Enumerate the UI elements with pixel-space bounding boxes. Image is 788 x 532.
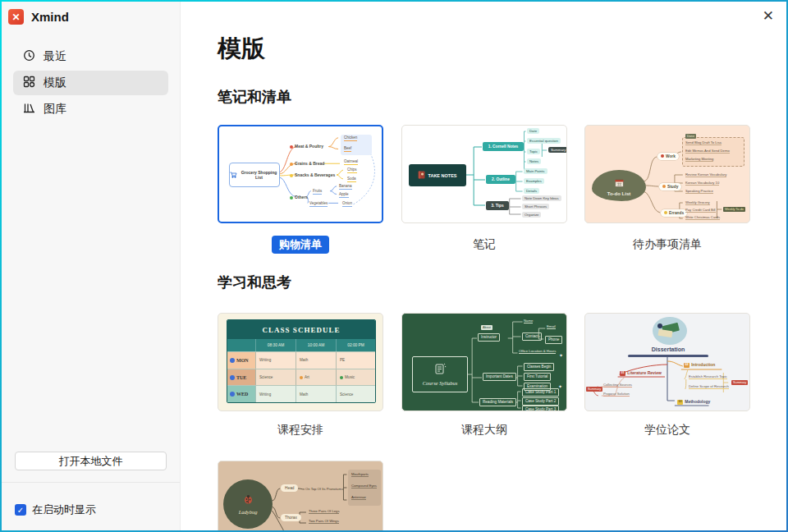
window-frame: ✕ Xmind 最近 模版 (0, 0, 788, 532)
leaf-label: Three Pairs Of Legs (309, 509, 339, 514)
sidebar: ✕ Xmind 最近 模版 (2, 2, 181, 530)
todo-item: Edit Memos And Send Demo (685, 149, 730, 154)
branch-node: 3. Tips (486, 201, 509, 210)
branch-label: Others (290, 195, 308, 200)
leaf-label: Antennae (351, 495, 366, 500)
todo-item: Korean Vocabulary 10 (685, 181, 719, 186)
template-card-todo[interactable]: To-do List Work Done Send Blog Draft To … (584, 125, 750, 223)
branch-pill: Thorax (281, 514, 301, 521)
sidebar-item-label: 模版 (44, 76, 66, 90)
todo-item: Pay Credit Card Bill (685, 208, 716, 213)
todo-item: Marketing Meeting (685, 157, 713, 162)
template-label-todo[interactable]: 待办事项清单 (584, 237, 750, 252)
app-title-bar: ✕ Xmind (2, 2, 180, 30)
leaf-node: Email (547, 324, 556, 329)
gallery-books-icon (23, 102, 35, 117)
summary-tag: Summary (586, 387, 602, 392)
sidebar-item-label: 图库 (44, 102, 66, 117)
leaf-label: Fruits (313, 189, 322, 195)
summary-node: Summary (548, 147, 567, 153)
leaf-node: Case Study Part 1 (522, 388, 559, 397)
show-at-startup-checkbox[interactable]: ✓ (15, 504, 26, 516)
todo-item: Send Blog Draft To Lisa (685, 140, 722, 145)
close-icon[interactable]: ✕ (763, 7, 774, 25)
sidebar-item-recent[interactable]: 最近 (13, 44, 168, 69)
leaf-node: Details (524, 188, 539, 194)
day-icon (230, 375, 235, 380)
leaf-label: Compound Eyes (351, 484, 377, 488)
template-label-syllabus[interactable]: 课程大纲 (401, 423, 567, 438)
sidebar-menu: 最近 模版 图库 (2, 43, 180, 123)
sidebar-item-gallery[interactable]: 图库 (13, 97, 168, 122)
leaf-label: Chicken (344, 135, 357, 141)
summary-tag: Summary (731, 380, 748, 385)
notes-central-node: TAKE NOTES (409, 164, 466, 186)
branch-label: 01Literature Review (620, 370, 662, 376)
xmind-logo-icon: ✕ (8, 9, 24, 25)
leaf-node: Case Study Part 3 (522, 406, 559, 411)
weekly-todo-tag: Weekly To-do (723, 207, 745, 212)
leaf-label: Beef (344, 146, 351, 152)
syllabus-thumbnail: Course Syllabus About Instructor Name Co… (402, 314, 566, 410)
schedule-row-tue: TUE Science Art Music (227, 369, 375, 386)
schedule-thumbnail: CLASS SCHEDULE 08:30 AM 10:00 AM 02:00 P… (218, 314, 383, 410)
syllabus-central-node: Course Syllabus (412, 356, 468, 392)
notebook-doodle-icon (433, 363, 447, 378)
leaf-label: Oatmeal (344, 159, 358, 165)
notes-thumbnail: TAKE NOTES 1. Cornell Notes Date Essenti… (402, 126, 566, 222)
leaf-node: Date (527, 128, 539, 134)
main-panel: ✕ 模版 笔记和清单 (181, 2, 786, 530)
open-local-file-button[interactable]: 打开本地文件 (15, 452, 167, 470)
leaf-node: Notes (527, 158, 541, 164)
show-at-startup-label: 在启动时显示 (32, 502, 96, 517)
ladybug-icon (243, 493, 254, 508)
template-label-notes[interactable]: 笔记 (401, 237, 567, 252)
todo-item: Weekly Grocery (685, 200, 710, 205)
template-card-dissertation[interactable]: Dissertation 01Literature Review Collect… (584, 313, 750, 411)
section-title-study-thinking: 学习和思考 (218, 273, 291, 292)
grocery-thumbnail: Grocery Shopping List Meat & Poultry Chi… (219, 126, 382, 222)
leaf-node: Organize (522, 212, 541, 218)
todo-central-node: To-do List (592, 170, 646, 201)
sidebar-divider (2, 482, 180, 483)
template-card-notes[interactable]: TAKE NOTES 1. Cornell Notes Date Essenti… (401, 125, 567, 223)
sidebar-item-templates[interactable]: 模版 (13, 71, 168, 95)
schedule-table: CLASS SCHEDULE 08:30 AM 10:00 AM 02:00 P… (227, 319, 376, 403)
template-label-schedule[interactable]: 课程安排 (218, 423, 383, 438)
done-tag: Done (685, 134, 696, 139)
leaf-node: Phone (545, 336, 562, 344)
todo-item: Write Christmas Cards (685, 215, 720, 220)
leaf-label: Apple (339, 192, 349, 198)
section-title-notes-lists: 笔记和清单 (218, 87, 291, 107)
selected-template-label[interactable]: 购物清单 (272, 236, 329, 254)
leaf-label: Propose Solution (603, 392, 630, 397)
leaf-node: Classes Begin (524, 363, 554, 371)
branch-label: Grains & Bread (290, 161, 324, 166)
startup-option-row: ✓ 在启动时显示 (15, 502, 96, 517)
branch-pill: Head (281, 484, 298, 492)
todo-item: Speaking Practice (685, 189, 713, 194)
template-card-ladybug[interactable]: Ladybug Head On Top Of Its Pronotum Mout… (218, 461, 383, 530)
leaf-label: Two Pairs Of Wings (309, 519, 339, 524)
template-card-syllabus[interactable]: Course Syllabus About Instructor Name Co… (401, 313, 567, 411)
template-label-dissertation[interactable]: 学位论文 (584, 423, 750, 438)
branch-node: 2. Outline (486, 175, 515, 184)
leaf-node: Essential question (527, 138, 561, 144)
leaf-node: Note Down Key Ideas (522, 195, 561, 201)
page-title: 模版 (218, 33, 265, 66)
branch-pill: Study (659, 183, 681, 190)
template-card-schedule[interactable]: CLASS SCHEDULE 08:30 AM 10:00 AM 02:00 P… (218, 313, 383, 411)
ladybug-thumbnail: Ladybug Head On Top Of Its Pronotum Mout… (218, 461, 383, 530)
leaf-label: Onion (342, 201, 352, 207)
branch-node: Important Dates (483, 373, 516, 381)
sidebar-item-label: 最近 (44, 49, 66, 64)
about-tag: About (481, 325, 492, 330)
sparkle-doodle: ✦ (559, 353, 563, 360)
mid-label: On Top Of Its Pronotum (305, 487, 341, 491)
templates-grid-icon (23, 76, 35, 90)
dissertation-root-bar (628, 355, 708, 357)
template-card-grocery[interactable]: Grocery Shopping List Meat & Poultry Chi… (218, 125, 383, 223)
template-label-grocery: 购物清单 (218, 236, 383, 254)
leaf-node: Name (524, 319, 533, 323)
grocery-central-node: Grocery Shopping List (229, 163, 280, 187)
